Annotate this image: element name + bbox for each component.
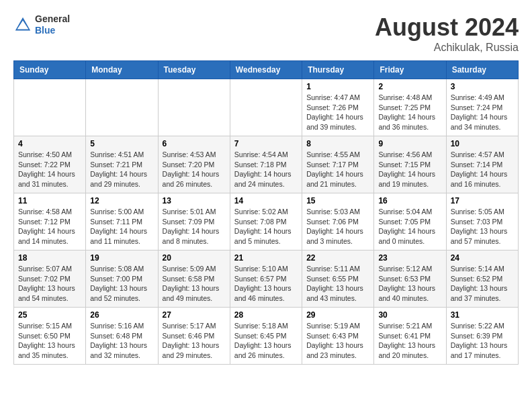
day-info: Sunrise: 5:09 AM Sunset: 6:58 PM Dayligh…	[163, 264, 226, 304]
day-number: 31	[451, 310, 514, 320]
day-info: Sunrise: 5:14 AM Sunset: 6:52 PM Dayligh…	[451, 264, 514, 304]
day-number: 21	[234, 253, 298, 263]
logo: General Blue	[13, 13, 70, 36]
day-info: Sunrise: 4:48 AM Sunset: 7:25 PM Dayligh…	[378, 93, 441, 132]
day-number: 24	[451, 253, 514, 263]
day-info: Sunrise: 5:16 AM Sunset: 6:48 PM Dayligh…	[90, 321, 153, 361]
day-cell: 3Sunrise: 4:49 AM Sunset: 7:24 PM Daylig…	[446, 79, 518, 136]
day-number: 23	[378, 253, 441, 263]
day-cell: 6Sunrise: 4:53 AM Sunset: 7:20 PM Daylig…	[158, 136, 230, 193]
day-number: 19	[90, 253, 153, 263]
day-info: Sunrise: 5:21 AM Sunset: 6:41 PM Dayligh…	[378, 321, 441, 361]
day-cell: 9Sunrise: 4:56 AM Sunset: 7:15 PM Daylig…	[374, 136, 446, 193]
day-cell: 2Sunrise: 4:48 AM Sunset: 7:25 PM Daylig…	[374, 79, 446, 136]
day-number: 14	[234, 196, 298, 205]
day-number: 10	[451, 139, 514, 148]
day-cell: 28Sunrise: 5:18 AM Sunset: 6:45 PM Dayli…	[230, 308, 302, 365]
day-info: Sunrise: 4:49 AM Sunset: 7:24 PM Dayligh…	[451, 93, 514, 132]
day-number: 29	[306, 310, 369, 320]
header-cell-monday: Monday	[86, 61, 158, 79]
day-number: 16	[378, 196, 441, 205]
day-cell	[230, 79, 302, 136]
day-cell: 13Sunrise: 5:01 AM Sunset: 7:09 PM Dayli…	[158, 193, 230, 250]
title-block: August 2024 Achikulak, Russia	[375, 13, 519, 54]
week-row-2: 4Sunrise: 4:50 AM Sunset: 7:22 PM Daylig…	[14, 136, 519, 193]
day-cell: 15Sunrise: 5:03 AM Sunset: 7:06 PM Dayli…	[302, 193, 374, 250]
day-cell: 8Sunrise: 4:55 AM Sunset: 7:17 PM Daylig…	[302, 136, 374, 193]
day-info: Sunrise: 5:08 AM Sunset: 7:00 PM Dayligh…	[90, 264, 153, 304]
day-info: Sunrise: 5:22 AM Sunset: 6:39 PM Dayligh…	[451, 321, 514, 361]
day-info: Sunrise: 4:47 AM Sunset: 7:26 PM Dayligh…	[306, 93, 369, 132]
day-info: Sunrise: 5:19 AM Sunset: 6:43 PM Dayligh…	[306, 321, 369, 361]
day-cell: 22Sunrise: 5:11 AM Sunset: 6:55 PM Dayli…	[302, 250, 374, 308]
day-info: Sunrise: 5:07 AM Sunset: 7:02 PM Dayligh…	[18, 264, 81, 304]
header-cell-tuesday: Tuesday	[158, 61, 230, 79]
day-info: Sunrise: 5:15 AM Sunset: 6:50 PM Dayligh…	[18, 321, 81, 361]
day-number: 13	[163, 196, 226, 205]
logo-blue-text: Blue	[35, 25, 70, 36]
header-cell-sunday: Sunday	[14, 61, 86, 79]
day-info: Sunrise: 5:05 AM Sunset: 7:03 PM Dayligh…	[451, 207, 514, 246]
header-cell-saturday: Saturday	[446, 61, 518, 79]
day-cell: 5Sunrise: 4:51 AM Sunset: 7:21 PM Daylig…	[86, 136, 158, 193]
day-cell: 23Sunrise: 5:12 AM Sunset: 6:53 PM Dayli…	[374, 250, 446, 308]
logo-general-text: General	[35, 13, 70, 25]
week-row-1: 1Sunrise: 4:47 AM Sunset: 7:26 PM Daylig…	[14, 79, 519, 136]
day-number: 11	[18, 196, 81, 205]
day-number: 27	[163, 310, 226, 320]
day-info: Sunrise: 4:57 AM Sunset: 7:14 PM Dayligh…	[451, 150, 514, 189]
day-cell	[158, 79, 230, 136]
day-info: Sunrise: 5:00 AM Sunset: 7:11 PM Dayligh…	[90, 207, 153, 246]
header-cell-wednesday: Wednesday	[230, 61, 302, 79]
calendar-subtitle: Achikulak, Russia	[375, 42, 519, 54]
day-cell: 10Sunrise: 4:57 AM Sunset: 7:14 PM Dayli…	[446, 136, 518, 193]
calendar-table: SundayMondayTuesdayWednesdayThursdayFrid…	[13, 60, 519, 365]
day-info: Sunrise: 4:53 AM Sunset: 7:20 PM Dayligh…	[163, 150, 226, 189]
day-number: 28	[234, 310, 298, 320]
page-header: General Blue August 2024 Achikulak, Russ…	[13, 13, 519, 54]
day-number: 20	[163, 253, 226, 263]
day-number: 30	[378, 310, 441, 320]
day-cell: 25Sunrise: 5:15 AM Sunset: 6:50 PM Dayli…	[14, 308, 86, 365]
day-number: 17	[451, 196, 514, 205]
logo-icon	[13, 15, 32, 34]
calendar-body: 1Sunrise: 4:47 AM Sunset: 7:26 PM Daylig…	[14, 79, 519, 365]
day-info: Sunrise: 5:01 AM Sunset: 7:09 PM Dayligh…	[163, 207, 226, 246]
day-number: 22	[306, 253, 369, 263]
day-info: Sunrise: 4:55 AM Sunset: 7:17 PM Dayligh…	[306, 150, 369, 189]
day-cell: 31Sunrise: 5:22 AM Sunset: 6:39 PM Dayli…	[446, 308, 518, 365]
day-info: Sunrise: 5:04 AM Sunset: 7:05 PM Dayligh…	[378, 207, 441, 246]
day-number: 9	[378, 139, 441, 148]
calendar-header: SundayMondayTuesdayWednesdayThursdayFrid…	[14, 61, 519, 79]
day-cell	[86, 79, 158, 136]
day-number: 6	[163, 139, 226, 148]
day-info: Sunrise: 5:18 AM Sunset: 6:45 PM Dayligh…	[234, 321, 298, 361]
day-cell: 27Sunrise: 5:17 AM Sunset: 6:46 PM Dayli…	[158, 308, 230, 365]
header-row: SundayMondayTuesdayWednesdayThursdayFrid…	[14, 61, 519, 79]
day-cell: 4Sunrise: 4:50 AM Sunset: 7:22 PM Daylig…	[14, 136, 86, 193]
day-number: 25	[18, 310, 81, 320]
week-row-3: 11Sunrise: 4:58 AM Sunset: 7:12 PM Dayli…	[14, 193, 519, 250]
day-cell: 21Sunrise: 5:10 AM Sunset: 6:57 PM Dayli…	[230, 250, 302, 308]
logo-text: General Blue	[35, 13, 70, 36]
day-info: Sunrise: 5:10 AM Sunset: 6:57 PM Dayligh…	[234, 264, 298, 304]
day-info: Sunrise: 5:02 AM Sunset: 7:08 PM Dayligh…	[234, 207, 298, 246]
day-info: Sunrise: 4:56 AM Sunset: 7:15 PM Dayligh…	[378, 150, 441, 189]
day-cell: 26Sunrise: 5:16 AM Sunset: 6:48 PM Dayli…	[86, 308, 158, 365]
header-cell-friday: Friday	[374, 61, 446, 79]
day-number: 12	[90, 196, 153, 205]
day-cell: 17Sunrise: 5:05 AM Sunset: 7:03 PM Dayli…	[446, 193, 518, 250]
day-number: 15	[306, 196, 369, 205]
day-info: Sunrise: 4:58 AM Sunset: 7:12 PM Dayligh…	[18, 207, 81, 246]
header-cell-thursday: Thursday	[302, 61, 374, 79]
day-cell: 7Sunrise: 4:54 AM Sunset: 7:18 PM Daylig…	[230, 136, 302, 193]
day-number: 3	[451, 82, 514, 91]
calendar-title: August 2024	[375, 13, 519, 42]
day-info: Sunrise: 4:51 AM Sunset: 7:21 PM Dayligh…	[90, 150, 153, 189]
day-info: Sunrise: 5:11 AM Sunset: 6:55 PM Dayligh…	[306, 264, 369, 304]
day-cell: 29Sunrise: 5:19 AM Sunset: 6:43 PM Dayli…	[302, 308, 374, 365]
day-cell: 18Sunrise: 5:07 AM Sunset: 7:02 PM Dayli…	[14, 250, 86, 308]
day-cell: 12Sunrise: 5:00 AM Sunset: 7:11 PM Dayli…	[86, 193, 158, 250]
day-number: 7	[234, 139, 298, 148]
day-cell: 16Sunrise: 5:04 AM Sunset: 7:05 PM Dayli…	[374, 193, 446, 250]
